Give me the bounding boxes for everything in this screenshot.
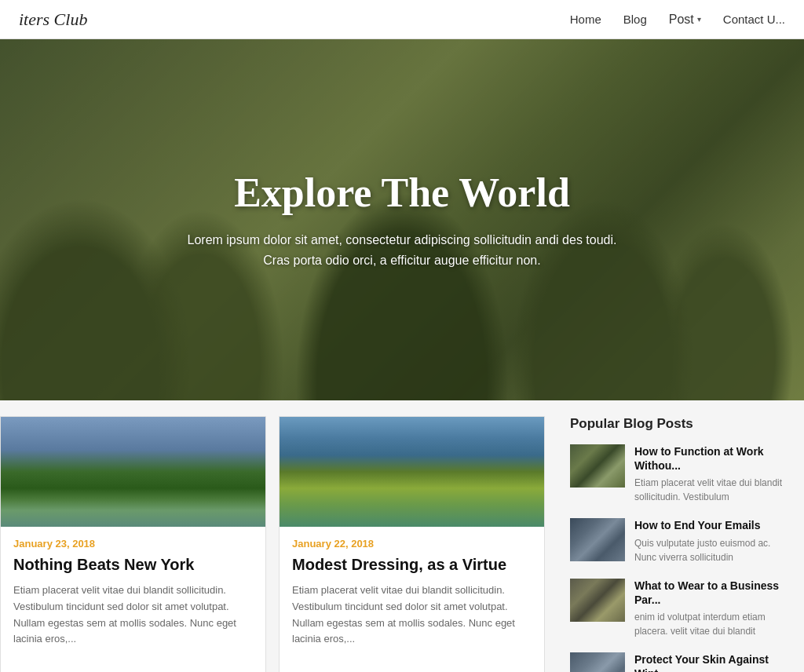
hero-subtitle: Lorem ipsum dolor sit amet, consectetur … <box>188 230 617 270</box>
popular-post-1[interactable]: How to Function at Work Withou... Etiam … <box>570 444 788 504</box>
posts-area: January 23, 2018 Nothing Beats New York … <box>0 416 557 672</box>
popular-post-1-excerpt: Etiam placerat velit vitae dui blandit s… <box>634 476 788 504</box>
popular-post-2[interactable]: How to End Your Emails Quis vulputate ju… <box>570 518 788 564</box>
hero-section: Explore The World Lorem ipsum dolor sit … <box>0 39 804 400</box>
post-card-2-body: January 22, 2018 Modest Dressing, as a V… <box>280 527 544 662</box>
popular-post-3-info: What to Wear to a Business Par... enim i… <box>634 579 788 638</box>
post-card-1-body: January 23, 2018 Nothing Beats New York … <box>1 527 265 662</box>
post-2-excerpt: Etiam placerat velit vitae dui blandit s… <box>292 583 532 648</box>
nav-post-label: Post <box>669 13 694 27</box>
chevron-down-icon: ▾ <box>697 15 701 24</box>
popular-post-2-thumb <box>570 518 625 561</box>
nav-blog[interactable]: Blog <box>623 13 647 26</box>
post-card-2-image <box>280 417 544 527</box>
popular-post-4-title: Protect Your Skin Against Wint... <box>634 652 788 672</box>
popular-post-4-image <box>570 652 625 672</box>
nav-contact[interactable]: Contact U... <box>723 13 785 26</box>
popular-post-3-excerpt: enim id volutpat interdum etiam placera.… <box>634 610 788 638</box>
popular-post-1-thumb <box>570 444 625 488</box>
popular-post-2-info: How to End Your Emails Quis vulputate ju… <box>634 518 788 564</box>
post-card-2[interactable]: January 22, 2018 Modest Dressing, as a V… <box>279 416 545 672</box>
post-1-date: January 23, 2018 <box>13 538 253 550</box>
sidebar-title: Popular Blog Posts <box>570 416 788 432</box>
nav: Home Blog Post ▾ Contact U... <box>570 13 785 27</box>
post-1-thumbnail <box>1 417 265 527</box>
popular-post-2-title: How to End Your Emails <box>634 518 788 532</box>
header: iters Club Home Blog Post ▾ Contact U... <box>0 0 804 39</box>
popular-post-4[interactable]: Protect Your Skin Against Wint... Vulput… <box>570 652 788 672</box>
popular-post-4-info: Protect Your Skin Against Wint... Vulput… <box>634 652 788 672</box>
logo[interactable]: iters Club <box>19 9 87 30</box>
nav-home[interactable]: Home <box>570 13 601 26</box>
popular-post-3-image <box>570 579 625 622</box>
post-card-1-image <box>1 417 265 527</box>
hero-subtitle-line2: Cras porta odio orci, a efficitur augue … <box>263 254 540 267</box>
popular-post-1-info: How to Function at Work Withou... Etiam … <box>634 444 788 504</box>
popular-post-3[interactable]: What to Wear to a Business Par... enim i… <box>570 579 788 638</box>
hero-content: Explore The World Lorem ipsum dolor sit … <box>156 170 649 270</box>
post-1-excerpt: Etiam placerat velit vitae dui blandit s… <box>13 583 253 648</box>
popular-post-1-title: How to Function at Work Withou... <box>634 444 788 473</box>
post-2-date: January 22, 2018 <box>292 538 532 550</box>
sidebar: Popular Blog Posts How to Function at Wo… <box>557 416 801 672</box>
hero-subtitle-line1: Lorem ipsum dolor sit amet, consectetur … <box>188 233 617 247</box>
popular-post-4-thumb <box>570 652 625 672</box>
post-2-title: Modest Dressing, as a Virtue <box>292 554 532 575</box>
popular-post-3-title: What to Wear to a Business Par... <box>634 579 788 607</box>
popular-post-2-image <box>570 518 625 561</box>
post-1-title: Nothing Beats New York <box>13 554 253 575</box>
popular-post-3-thumb <box>570 579 625 622</box>
popular-post-1-image <box>570 444 625 488</box>
post-card-1[interactable]: January 23, 2018 Nothing Beats New York … <box>0 416 266 672</box>
post-2-thumbnail <box>280 417 544 527</box>
nav-post-menu[interactable]: Post ▾ <box>669 13 701 27</box>
hero-title: Explore The World <box>188 170 617 216</box>
popular-post-2-excerpt: Quis vulputate justo euismod ac. Nunc vi… <box>634 536 788 564</box>
main-content: January 23, 2018 Nothing Beats New York … <box>0 400 804 672</box>
